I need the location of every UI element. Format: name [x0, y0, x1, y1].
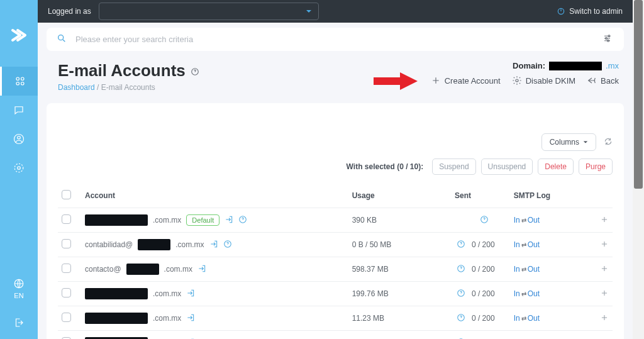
bulk-actions: With selected (0 / 10): Suspend Unsuspen…	[58, 158, 613, 184]
user-select-dropdown[interactable]	[99, 3, 319, 20]
create-account-button[interactable]: Create Account	[431, 75, 501, 86]
smtp-in-link[interactable]: In	[514, 265, 520, 274]
usage-cell: 390 KB	[348, 208, 451, 233]
create-account-label: Create Account	[445, 76, 501, 86]
account-redacted	[85, 214, 148, 226]
disable-dkim-button[interactable]: Disable DKIM	[512, 75, 575, 86]
account-suffix: .com.mx	[153, 289, 181, 298]
domain-display: Domain: .mx	[431, 61, 619, 70]
chevron-down-icon	[306, 8, 312, 14]
sent-help-icon[interactable]	[457, 289, 465, 299]
smtp-in-link[interactable]: In	[514, 216, 520, 225]
expand-row-icon[interactable]	[600, 291, 609, 299]
expand-row-icon[interactable]	[600, 315, 609, 324]
switch-to-admin-button[interactable]: Switch to admin	[557, 7, 623, 16]
gear-icon	[512, 75, 522, 86]
switch-admin-label: Switch to admin	[569, 7, 623, 16]
swap-icon: ⇄	[520, 291, 528, 297]
svg-point-1	[21, 77, 24, 81]
page-title-text: E-mail Accounts	[58, 61, 186, 81]
help-icon[interactable]	[238, 215, 247, 226]
search-input[interactable]	[75, 35, 594, 44]
help-icon[interactable]	[223, 240, 232, 250]
topbar: Logged in as Switch to admin	[38, 0, 633, 23]
unsuspend-button[interactable]: Unsuspend	[481, 158, 533, 175]
scrollbar[interactable]	[633, 0, 644, 339]
col-account[interactable]: Account	[81, 184, 348, 208]
columns-button[interactable]: Columns	[541, 133, 596, 151]
domain-redacted	[549, 62, 602, 70]
expand-row-icon[interactable]	[600, 266, 609, 275]
account-suffix: .com.mx	[175, 240, 204, 249]
sent-help-icon[interactable]	[457, 240, 465, 250]
expand-row-icon[interactable]	[600, 242, 609, 250]
nav-settings[interactable]	[0, 153, 38, 182]
smtp-out-link[interactable]: Out	[528, 216, 540, 225]
breadcrumb-sep: /	[97, 83, 99, 92]
filter-icon[interactable]	[602, 33, 614, 46]
login-as-icon[interactable]	[225, 215, 233, 226]
main-content: E-mail Accounts Dashboard / E-mail Accou…	[38, 23, 633, 339]
search-icon	[57, 33, 67, 45]
svg-point-4	[18, 136, 21, 140]
account-suffix: .com.mx	[164, 265, 192, 274]
smtp-in-link[interactable]: In	[514, 289, 520, 298]
help-icon[interactable]	[191, 61, 199, 81]
purge-button[interactable]: Purge	[579, 158, 613, 175]
login-as-icon[interactable]	[197, 264, 206, 275]
col-smtp[interactable]: SMTP Log	[510, 184, 592, 208]
nav-dashboard[interactable]	[0, 67, 38, 96]
sent-help-icon[interactable]	[457, 313, 465, 324]
expand-row-icon[interactable]	[600, 217, 609, 226]
account-prefix: contabilidad@	[85, 240, 133, 249]
swap-icon: ⇄	[520, 266, 528, 273]
refresh-icon[interactable]	[604, 137, 613, 148]
sent-value: 0 / 200	[472, 289, 495, 298]
domain-label: Domain:	[513, 61, 545, 70]
nav-users[interactable]	[0, 125, 38, 153]
back-button[interactable]: Back	[587, 75, 619, 86]
scrollbar-thumb[interactable]	[634, 0, 643, 189]
row-checkbox[interactable]	[62, 288, 71, 297]
usage-cell: 598.37 MB	[348, 257, 451, 282]
col-usage[interactable]: Usage	[348, 184, 451, 208]
smtp-in-link[interactable]: In	[514, 240, 520, 249]
smtp-out-link[interactable]: Out	[528, 265, 540, 274]
login-as-icon[interactable]	[186, 289, 195, 299]
nav-logout[interactable]	[13, 306, 25, 339]
language-label: EN	[14, 292, 23, 299]
back-arrow-icon	[587, 75, 597, 86]
table-row: contabilidad@.com.mx0 B / 50 MB0 / 200In…	[58, 233, 613, 257]
nav-messages[interactable]	[0, 96, 38, 125]
breadcrumb: Dashboard / E-mail Accounts	[58, 83, 199, 92]
sent-help-icon[interactable]	[457, 264, 465, 275]
login-as-icon[interactable]	[186, 313, 195, 324]
select-all-checkbox[interactable]	[62, 190, 71, 199]
table-row: .com.mx615 KB / 200 MB0 / 200In⇄Out	[58, 331, 613, 340]
table-row: .com.mx199.76 MB0 / 200In⇄Out	[58, 282, 613, 306]
plus-icon	[431, 75, 441, 86]
language-selector[interactable]: EN	[13, 272, 25, 306]
row-checkbox[interactable]	[62, 313, 71, 322]
table-row: .com.mxDefault390 KBIn⇄Out	[58, 208, 613, 233]
columns-label: Columns	[550, 138, 579, 147]
smtp-out-link[interactable]: Out	[528, 314, 540, 323]
swap-icon: ⇄	[520, 217, 528, 224]
row-checkbox[interactable]	[62, 239, 71, 248]
delete-button[interactable]: Delete	[538, 158, 574, 175]
with-selected-label: With selected (0 / 10):	[347, 162, 424, 171]
sent-help-icon[interactable]	[480, 215, 489, 226]
svg-point-7	[14, 164, 23, 172]
breadcrumb-home[interactable]: Dashboard	[58, 83, 95, 92]
smtp-out-link[interactable]: Out	[528, 240, 540, 249]
row-checkbox[interactable]	[62, 264, 71, 273]
smtp-out-link[interactable]: Out	[528, 289, 540, 298]
row-checkbox[interactable]	[62, 214, 71, 224]
swap-icon: ⇄	[520, 315, 528, 322]
col-sent[interactable]: Sent	[451, 184, 510, 208]
smtp-in-link[interactable]: In	[514, 314, 520, 323]
sent-value: 0 / 200	[472, 240, 495, 249]
disable-dkim-label: Disable DKIM	[526, 76, 575, 86]
login-as-icon[interactable]	[209, 240, 218, 250]
suspend-button[interactable]: Suspend	[432, 158, 475, 175]
